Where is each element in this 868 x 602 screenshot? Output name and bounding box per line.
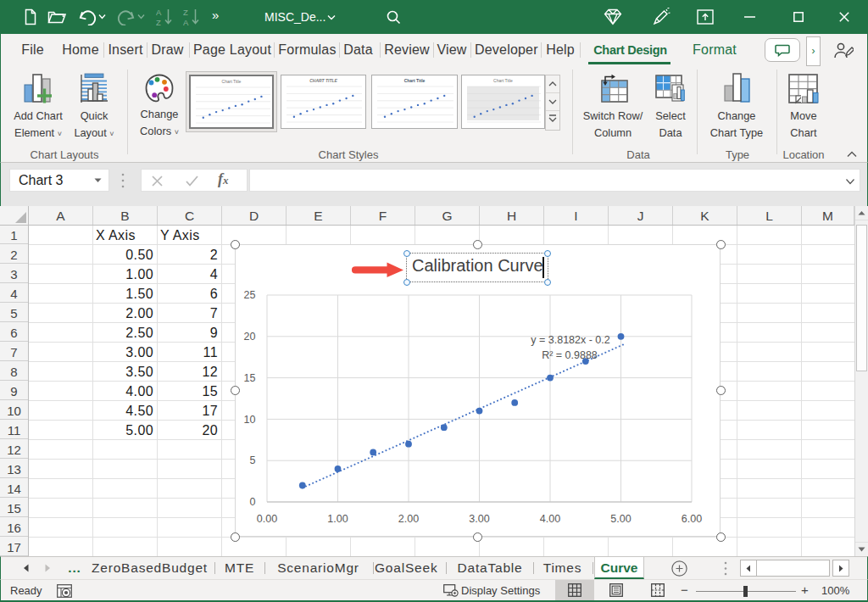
svg-text:3.00: 3.00 bbox=[469, 513, 489, 525]
svg-text:6.00: 6.00 bbox=[682, 513, 702, 525]
svg-text:Z: Z bbox=[156, 18, 161, 26]
svg-text:15: 15 bbox=[244, 372, 256, 384]
svg-text:4.00: 4.00 bbox=[540, 513, 560, 525]
svg-text:y = 3.8182x - 0.2: y = 3.8182x - 0.2 bbox=[531, 334, 610, 346]
svg-text:0.00: 0.00 bbox=[257, 513, 277, 525]
svg-text:25: 25 bbox=[244, 289, 256, 301]
svg-text:Z: Z bbox=[183, 8, 188, 17]
svg-text:0: 0 bbox=[250, 496, 256, 508]
svg-text:R² = 0.9888: R² = 0.9888 bbox=[542, 349, 598, 361]
svg-text:A: A bbox=[183, 18, 189, 26]
svg-text:2.00: 2.00 bbox=[398, 513, 419, 525]
svg-text:20: 20 bbox=[244, 331, 256, 343]
svg-text:5: 5 bbox=[250, 454, 256, 466]
svg-text:A: A bbox=[156, 8, 162, 17]
svg-text:10: 10 bbox=[244, 414, 256, 426]
svg-text:5.00: 5.00 bbox=[610, 513, 631, 525]
svg-text:1.00: 1.00 bbox=[327, 513, 348, 525]
